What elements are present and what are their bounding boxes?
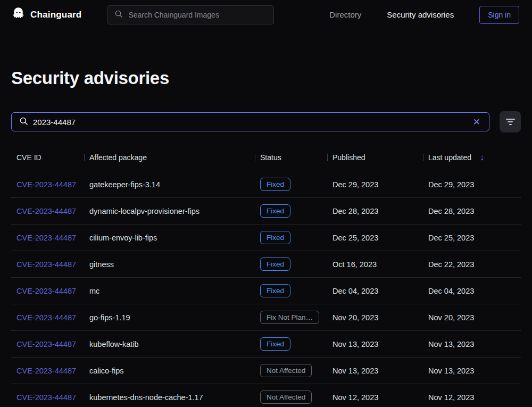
published-date: Nov 13, 2023 — [327, 340, 423, 348]
topbar-nav: Directory Security advisories Sign in — [329, 6, 519, 24]
table-row: CVE-2023-44487 cilium-envoy-lib-fips Fix… — [11, 225, 521, 251]
nav-directory[interactable]: Directory — [329, 10, 361, 19]
filter-lines-icon — [506, 119, 515, 120]
package-name: gatekeeper-fips-3.14 — [84, 180, 255, 189]
last-updated-date: Dec 04, 2023 — [423, 287, 521, 295]
published-date: Nov 13, 2023 — [327, 367, 423, 375]
advisories-table: CVE ID Affected package Status Published… — [11, 149, 521, 407]
cve-link[interactable]: CVE-2023-44487 — [16, 340, 76, 348]
table-body: CVE-2023-44487 gatekeeper-fips-3.14 Fixe… — [11, 171, 521, 407]
column-header-published: Published — [327, 153, 423, 162]
published-date: Dec 28, 2023 — [327, 207, 423, 215]
cve-link[interactable]: CVE-2023-44487 — [16, 180, 76, 189]
last-updated-date: Nov 13, 2023 — [423, 340, 521, 348]
table-header: CVE ID Affected package Status Published… — [11, 149, 521, 165]
table-row: CVE-2023-44487 kubeflow-katib Fixed Nov … — [11, 331, 521, 358]
octopus-logo-icon — [11, 6, 26, 23]
package-name: dynamic-localpv-provisioner-fips — [84, 207, 255, 215]
status-badge: Not Affected — [260, 391, 312, 404]
status-badge: Fixed — [260, 258, 290, 271]
topbar-search[interactable] — [107, 5, 274, 24]
column-header-package: Affected package — [84, 153, 255, 162]
cve-link[interactable]: CVE-2023-44487 — [16, 313, 76, 322]
advisory-search-row: ✕ — [11, 111, 521, 132]
package-name: kubeflow-katib — [84, 340, 255, 348]
table-row: CVE-2023-44487 dynamic-localpv-provision… — [11, 198, 521, 225]
last-updated-date: Dec 25, 2023 — [423, 234, 521, 242]
column-header-last-updated: Last updated ↓ — [423, 153, 521, 162]
sign-in-button[interactable]: Sign in — [479, 6, 519, 24]
table-row: CVE-2023-44487 kubernetes-dns-node-cache… — [11, 384, 521, 407]
main-content: Security advisories ✕ CVE ID Affected pa… — [0, 29, 532, 407]
advisory-search-input[interactable] — [33, 118, 467, 127]
search-icon — [19, 117, 28, 128]
published-date: Nov 20, 2023 — [327, 313, 423, 322]
last-updated-date: Dec 22, 2023 — [423, 260, 521, 269]
published-date: Oct 16, 2023 — [327, 260, 423, 269]
cve-link[interactable]: CVE-2023-44487 — [16, 207, 76, 215]
status-badge: Fixed — [260, 284, 290, 297]
table-row: CVE-2023-44487 go-fips-1.19 Fix Not Plan… — [11, 304, 521, 331]
published-date: Dec 25, 2023 — [327, 234, 423, 242]
package-name: go-fips-1.19 — [84, 313, 255, 322]
published-date: Dec 04, 2023 — [327, 287, 423, 295]
column-header-status: Status — [255, 153, 327, 162]
brand-logo[interactable]: Chainguard — [11, 6, 81, 23]
topbar: Chainguard Directory Security advisories… — [0, 0, 532, 29]
package-name: gitness — [84, 260, 255, 269]
last-updated-date: Nov 20, 2023 — [423, 313, 521, 322]
nav-security-advisories[interactable]: Security advisories — [387, 10, 454, 19]
cve-link[interactable]: CVE-2023-44487 — [16, 234, 76, 242]
status-badge: Fixed — [260, 178, 290, 191]
package-name: calico-fips — [84, 367, 255, 375]
package-name: kubernetes-dns-node-cache-1.17 — [84, 393, 255, 402]
table-row: CVE-2023-44487 gitness Fixed Oct 16, 202… — [11, 251, 521, 278]
cve-link[interactable]: CVE-2023-44487 — [16, 260, 76, 269]
sort-desc-arrow-icon[interactable]: ↓ — [480, 153, 484, 162]
last-updated-date: Nov 12, 2023 — [423, 393, 521, 402]
last-updated-date: Dec 29, 2023 — [423, 180, 521, 189]
filter-button[interactable] — [500, 111, 521, 132]
table-row: CVE-2023-44487 gatekeeper-fips-3.14 Fixe… — [11, 171, 521, 198]
table-row: CVE-2023-44487 calico-fips Not Affected … — [11, 358, 521, 384]
status-badge: Fixed — [260, 204, 290, 218]
status-badge: Fix Not Plan… — [260, 311, 319, 324]
cve-link[interactable]: CVE-2023-44487 — [16, 393, 76, 402]
search-icon — [114, 10, 123, 20]
status-badge: Not Affected — [260, 364, 312, 377]
column-header-cve: CVE ID — [11, 153, 84, 162]
status-badge: Fixed — [260, 337, 290, 351]
package-name: cilium-envoy-lib-fips — [84, 234, 255, 242]
advisory-search-box[interactable]: ✕ — [11, 112, 489, 131]
cve-link[interactable]: CVE-2023-44487 — [16, 367, 76, 375]
cve-link[interactable]: CVE-2023-44487 — [16, 287, 76, 295]
page-title: Security advisories — [11, 68, 521, 88]
status-badge: Fixed — [260, 231, 290, 244]
brand-name: Chainguard — [30, 10, 81, 20]
topbar-search-input[interactable] — [128, 11, 267, 19]
package-name: mc — [84, 287, 255, 295]
published-date: Dec 29, 2023 — [327, 180, 423, 189]
last-updated-date: Dec 28, 2023 — [423, 207, 521, 215]
table-row: CVE-2023-44487 mc Fixed Dec 04, 2023 Dec… — [11, 278, 521, 304]
clear-search-icon[interactable]: ✕ — [472, 117, 481, 128]
last-updated-date: Nov 13, 2023 — [423, 367, 521, 375]
published-date: Nov 12, 2023 — [327, 393, 423, 402]
